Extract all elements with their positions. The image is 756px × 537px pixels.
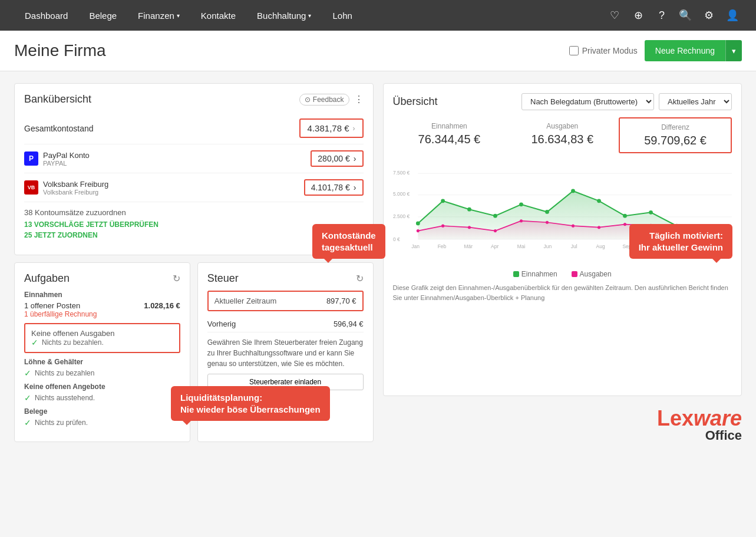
svg-point-28 — [571, 225, 574, 228]
svg-text:Jul: Jul — [570, 243, 577, 249]
steuer-aktuell-amount: 897,70 € — [326, 296, 356, 305]
svg-point-30 — [623, 223, 626, 226]
header-actions: Privater Modus Neue Rechnung ▾ — [569, 40, 742, 61]
kontoumsaetze-section: 38 Kontoumsätze zuzuordnen 13 VORSCHLÄGE… — [24, 202, 364, 245]
nav-lohn[interactable]: Lohn — [322, 0, 362, 31]
steuer-title: Steuer — [207, 272, 239, 285]
svg-point-22 — [416, 229, 419, 232]
neue-rechnung-button[interactable]: Neue Rechnung — [645, 40, 725, 61]
differenz-metric-value: 59.709,62 € — [625, 134, 726, 147]
svg-point-31 — [649, 224, 652, 227]
gesamtkontostand-amount[interactable]: 4.381,78 € › — [299, 118, 364, 138]
svg-text:5.000 €: 5.000 € — [393, 191, 410, 197]
add-icon[interactable]: ⊕ — [629, 6, 648, 25]
offene-posten-row: 1 offener Posten 1.028,16 € — [24, 301, 180, 310]
svg-point-27 — [545, 221, 548, 224]
paypal-sub: PAYPAL — [43, 160, 90, 167]
more-icon[interactable]: ⋮ — [354, 94, 364, 105]
belege-title: Belege — [24, 407, 180, 416]
svg-point-19 — [675, 224, 679, 228]
user-icon[interactable]: 👤 — [723, 6, 742, 25]
nav-buchhaltung[interactable]: Buchhaltung ▾ — [246, 0, 322, 31]
settings-icon[interactable]: ⚙ — [699, 6, 718, 25]
help-icon[interactable]: ? — [652, 6, 671, 25]
paypal-info: PayPal Konto PAYPAL — [43, 151, 90, 167]
loehne-title: Löhne & Gehälter — [24, 358, 180, 366]
steuer-vorherig-row: Vorherig 596,94 € — [207, 316, 364, 332]
heart-icon[interactable]: ♡ — [605, 6, 624, 25]
nav-belege[interactable]: Belege — [78, 0, 127, 31]
legend-ausgaben: Ausgaben — [572, 270, 612, 278]
legend-green-dot — [513, 271, 519, 277]
private-mode-label: Privater Modus — [582, 46, 638, 55]
keine-ausgaben-check: ✓ Nichts zu bezahlen. — [31, 338, 173, 347]
main-content: Bankübersicht ⊙ Feedback ⋮ Gesamtkontost… — [0, 71, 756, 454]
angebote-section: Keine offenen Angebote ✓ Nichts ausstehe… — [24, 383, 180, 403]
svg-text:Nov: Nov — [675, 243, 685, 249]
einnahmen-section: Einnahmen 1 offener Posten 1.028,16 € 1 … — [24, 291, 180, 318]
svg-text:Dez: Dez — [701, 243, 710, 249]
svg-point-12 — [493, 214, 497, 218]
filter-zeitraum[interactable]: Aktuelles Jahr — [659, 93, 732, 110]
dashboard-grid: Bankübersicht ⊙ Feedback ⋮ Gesamtkontost… — [14, 83, 742, 442]
lexware-office: Office — [383, 429, 742, 442]
faellige-rechnung-link[interactable]: 1 überfällige Rechnung — [24, 310, 180, 318]
volksbank-row: VB Volksbank Freiburg Volksbank Freiburg… — [24, 173, 364, 202]
paypal-arrow: › — [354, 154, 356, 163]
svg-text:Aug: Aug — [596, 243, 605, 249]
private-mode-checkbox[interactable] — [569, 46, 579, 55]
svg-text:7.500 €: 7.500 € — [393, 170, 410, 176]
einnahmen-metric: Einnahmen 76.344,45 € — [393, 117, 506, 153]
svg-text:2.500 €: 2.500 € — [393, 213, 410, 219]
right-column: Übersicht Nach Belegdatum (Bruttowerte) … — [383, 83, 742, 442]
volksbank-amount[interactable]: 4.101,78 € › — [304, 179, 364, 196]
aufgaben-refresh-icon[interactable]: ↻ — [173, 273, 180, 284]
legend-einnahmen: Einnahmen — [513, 270, 557, 278]
gesamtkontostand-arrow: › — [353, 124, 355, 133]
steuer-refresh-icon[interactable]: ↻ — [356, 273, 364, 284]
metrics-row: Einnahmen 76.344,45 € Ausgaben 16.634,83… — [393, 117, 732, 153]
lexware-ware: ware — [694, 406, 742, 430]
steuer-aktuell-label: Aktueller Zeitraum — [214, 296, 276, 305]
bottom-left-grid: Aufgaben ↻ Einnahmen 1 offener Posten 1.… — [14, 262, 374, 442]
legend-ausgaben-label: Ausgaben — [580, 270, 612, 278]
private-mode-toggle[interactable]: Privater Modus — [569, 46, 638, 55]
volksbank-arrow: › — [354, 183, 356, 192]
svg-point-18 — [649, 210, 653, 215]
legend-pink-dot — [572, 271, 577, 277]
svg-text:Mär: Mär — [464, 243, 473, 249]
zuordnen-link[interactable]: 25 JETZT ZUORDNEN — [24, 231, 364, 239]
angebote-check: ✓ Nichts ausstehend. — [24, 393, 180, 403]
uebersicht-card: Übersicht Nach Belegdatum (Bruttowerte) … — [383, 83, 742, 396]
svg-text:Jan: Jan — [411, 243, 420, 249]
chart-legend: Einnahmen Ausgaben — [393, 270, 732, 278]
nav-finanzen[interactable]: Finanzen ▾ — [127, 0, 190, 31]
svg-text:Feb: Feb — [437, 243, 446, 249]
nav-links: Dashboard Belege Finanzen ▾ Kontakte Buc… — [14, 0, 605, 31]
paypal-account: P PayPal Konto PAYPAL — [24, 151, 90, 167]
paypal-amount[interactable]: 280,00 € › — [311, 150, 363, 167]
chart-note: Diese Grafik zeigt den Einnahmen-/Ausgab… — [393, 283, 732, 302]
legend-einnahmen-label: Einnahmen — [521, 270, 557, 278]
nav-icons: ♡ ⊕ ? 🔍 ⚙ 👤 — [605, 6, 742, 25]
steuer-card: Steuer ↻ Aktueller Zeitraum 897,70 € Vor… — [197, 262, 374, 442]
gesamtkontostand-row: Gesamtkontostand 4.381,78 € › — [24, 113, 364, 144]
lexware-lex: Lex — [657, 406, 694, 430]
offene-posten-amount: 1.028,16 € — [144, 301, 180, 310]
filter-belegdatum[interactable]: Nach Belegdatum (Bruttowerte) — [521, 93, 654, 110]
feedback-button[interactable]: ⊙ Feedback — [299, 94, 349, 106]
steuer-berater-text: Gewähren Sie Ihrem Steuerberater freien … — [207, 337, 364, 369]
search-icon[interactable]: 🔍 — [676, 6, 695, 25]
svg-point-24 — [467, 226, 470, 229]
lexware-logo-area: Lexware Office — [383, 396, 742, 442]
check-icon-loehne: ✓ — [24, 368, 31, 378]
steuer-berater-button[interactable]: Steuerberater einladen — [207, 374, 364, 390]
neue-rechnung-dropdown[interactable]: ▾ — [725, 40, 742, 61]
keine-ausgaben-title: Keine offenen Ausgaben — [31, 329, 173, 338]
nav-dashboard[interactable]: Dashboard — [14, 0, 78, 31]
vorschlaege-link[interactable]: 13 VORSCHLÄGE JETZT ÜBERPRÜFEN — [24, 220, 364, 229]
lexware-logo: Lexware Office — [383, 408, 742, 442]
check-icon-belege: ✓ — [24, 418, 31, 427]
keine-ausgaben-box: Keine offenen Ausgaben ✓ Nichts zu bezah… — [24, 323, 180, 353]
nav-kontakte[interactable]: Kontakte — [190, 0, 246, 31]
